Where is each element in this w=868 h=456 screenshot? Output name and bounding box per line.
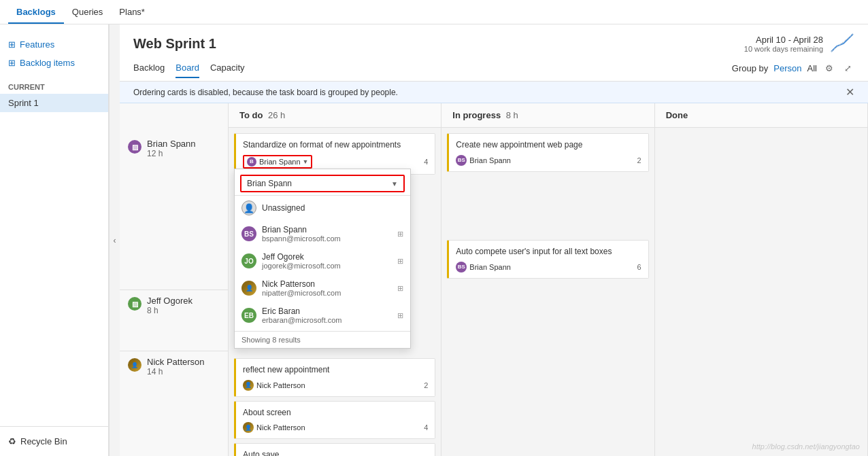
- person-jeff: ▨ Jeff Ogorek 8 h: [120, 290, 228, 351]
- dropdown-selected-value: Brian Spann: [241, 176, 386, 191]
- sub-nav-capacity[interactable]: Capacity: [210, 58, 245, 78]
- inprogress-body: Create new appointment web page BS Brian…: [441, 128, 654, 456]
- eric-dd-email: erbaran@microsoft.com: [262, 316, 392, 324]
- sub-nav-board[interactable]: Board: [176, 58, 199, 78]
- sidebar-item-backlog-items[interactable]: ⊞ Backlog items: [0, 54, 108, 72]
- dropdown-item-jeff[interactable]: JO Jeff Ogorek jogorek@microsoft.com ⊞: [235, 247, 410, 275]
- eric-dd-avatar: EB: [241, 308, 256, 323]
- done-body: [655, 128, 867, 456]
- person-nick: 👤 Nick Patterson 14 h: [120, 351, 228, 456]
- nick-dd-email: nipatter@microsoft.com: [262, 289, 392, 297]
- collapse-icon: ‹: [114, 236, 116, 245]
- work-days: 10 work days remaining: [744, 45, 823, 53]
- card-title-create: Create new appointment web page: [456, 139, 641, 151]
- sub-nav-backlog[interactable]: Backlog: [133, 58, 165, 78]
- dropdown-arrow-icon[interactable]: ▼: [386, 177, 403, 190]
- card-about[interactable]: About screen 👤 Nick Patterson 4: [234, 401, 435, 440]
- nick-avatar: 👤: [128, 358, 141, 372]
- card-avatar-nick2: 👤: [243, 422, 254, 433]
- card-autocomplete[interactable]: Auto compete user's input for all text b…: [447, 240, 648, 279]
- page-header: Web Sprint 1 April 10 - April 28 10 work…: [120, 24, 868, 56]
- dropdown-header-row: Brian Spann ▼: [240, 175, 405, 192]
- main-content: Web Sprint 1 April 10 - April 28 10 work…: [120, 24, 868, 456]
- inprogress-column: In progress 8 h Create new appointment w…: [441, 103, 654, 456]
- nick-dd-icon: ⊞: [397, 284, 403, 293]
- nick-hours: 14 h: [147, 367, 205, 376]
- date-info: April 10 - April 28 10 work days remaini…: [744, 31, 854, 56]
- jeff-dd-name: Jeff Ogorek: [262, 252, 392, 262]
- card-points-autocomplete: 6: [637, 263, 641, 271]
- done-header: Done: [655, 103, 867, 128]
- card-points-reflect: 2: [424, 381, 428, 389]
- todo-header: To do 26 h: [229, 103, 441, 128]
- card-title-about: About screen: [243, 407, 428, 419]
- jeff-avatar: ▨: [128, 297, 141, 311]
- card-create-appt[interactable]: Create new appointment web page BS Brian…: [447, 133, 648, 172]
- todo-body: Standardize on format of new appointment…: [229, 128, 441, 456]
- nick-name: Nick Patterson: [147, 357, 205, 367]
- nick-dd-avatar: 👤: [241, 281, 256, 296]
- group-all[interactable]: All: [807, 63, 817, 73]
- dropdown-list: 👤 Unassigned BS Brian Spann: [235, 195, 410, 331]
- nick-dd-name: Nick Patterson: [262, 279, 392, 289]
- brian-dd-icon: ⊞: [397, 230, 403, 239]
- settings-icon[interactable]: ⚙: [822, 62, 836, 75]
- sub-nav: Backlog Board Capacity Group by Person A…: [120, 56, 868, 82]
- dropdown-item-nick[interactable]: 👤 Nick Patterson nipatter@microsoft.com …: [235, 275, 410, 302]
- assignee-dropdown-trigger[interactable]: B Brian Spann ▼: [243, 155, 312, 169]
- backlog-items-icon: ⊞: [8, 58, 16, 68]
- card-avatar-brian: B: [247, 157, 256, 166]
- sidebar-item-features[interactable]: ⊞ Features: [0, 35, 108, 54]
- card-assignee-about: 👤 Nick Patterson: [243, 422, 305, 433]
- sprint-label: Sprint 1: [8, 98, 39, 108]
- close-banner-button[interactable]: ✕: [846, 86, 854, 99]
- card-autosave[interactable]: Auto save 👤 Nick Patterson 8: [234, 443, 435, 456]
- current-label: Current: [0, 77, 108, 94]
- dropdown-item-brian[interactable]: BS Brian Spann bspann@microsoft.com ⊞: [235, 220, 410, 247]
- card-avatar-bs2: BS: [456, 262, 467, 273]
- dropdown-caret-icon: ▼: [303, 158, 309, 165]
- done-column: Done: [655, 103, 868, 456]
- sidebar: ⊞ Features ⊞ Backlog items Current Sprin…: [0, 24, 109, 456]
- card-assignee-reflect: 👤 Nick Patterson: [243, 380, 305, 391]
- brian-dd-avatar: BS: [241, 226, 256, 241]
- nav-item-plans[interactable]: Plans*: [111, 1, 153, 24]
- brian-hours: 12 h: [147, 149, 196, 158]
- date-range: April 10 - April 28: [744, 35, 823, 45]
- card-points-about: 4: [424, 423, 428, 432]
- brian-avatar: ▨: [128, 140, 141, 154]
- jeff-dd-icon: ⊞: [397, 257, 403, 266]
- sidebar-toggle[interactable]: ‹: [109, 24, 120, 456]
- dropdown-footer: Showing 8 results: [235, 331, 410, 348]
- eric-dd-name: Eric Baran: [262, 306, 392, 316]
- info-banner: Ordering cards is disabled, because the …: [120, 82, 868, 103]
- todo-column: To do 26 h Standardize on format of new …: [229, 103, 441, 456]
- nav-item-backlogs[interactable]: Backlogs: [8, 1, 64, 24]
- fullscreen-icon[interactable]: ⤢: [841, 62, 854, 75]
- recycle-bin-icon: ♻: [8, 436, 16, 446]
- dropdown-item-unassigned[interactable]: 👤 Unassigned: [235, 196, 410, 220]
- info-text: Ordering cards is disabled, because the …: [133, 88, 398, 97]
- sidebar-sprint[interactable]: Sprint 1: [0, 94, 108, 112]
- top-nav: Backlogs Queries Plans*: [0, 0, 868, 24]
- features-icon: ⊞: [8, 39, 16, 50]
- card-assignee-create: BS Brian Spann: [456, 155, 511, 166]
- jeff-name: Jeff Ogorek: [147, 296, 193, 306]
- card-assignee-autocomplete: BS Brian Spann: [456, 262, 511, 273]
- jeff-dd-email: jogorek@microsoft.com: [262, 262, 392, 270]
- sidebar-item-recycle-bin[interactable]: ♻ Recycle Bin: [0, 432, 109, 451]
- jeff-dd-avatar: JO: [241, 253, 256, 268]
- card-title-reflect: reflect new appointment: [243, 364, 428, 376]
- unassigned-avatar: 👤: [241, 200, 256, 215]
- nav-item-queries[interactable]: Queries: [64, 1, 112, 24]
- card-title-autosave: Auto save: [243, 449, 428, 456]
- brian-dd-name: Brian Spann: [262, 225, 392, 234]
- assignee-name: Brian Spann: [259, 158, 301, 166]
- watermark: http://blog.csdn.net/jiangyongtao: [752, 442, 860, 451]
- dropdown-item-eric[interactable]: EB Eric Baran erbaran@microsoft.com ⊞: [235, 302, 410, 329]
- group-by-value[interactable]: Person: [773, 63, 801, 73]
- card-reflect[interactable]: reflect new appointment 👤 Nick Patterson…: [234, 358, 435, 397]
- burndown-chart-icon: [830, 31, 854, 56]
- kanban-area: To do 26 h Standardize on format of new …: [229, 103, 868, 456]
- card-avatar-nick1: 👤: [243, 380, 254, 391]
